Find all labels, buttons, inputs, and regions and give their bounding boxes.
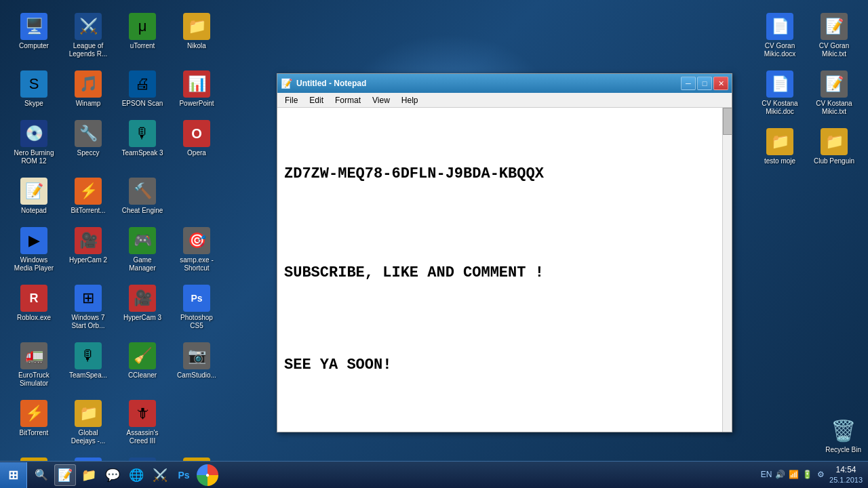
- icon-photoshop[interactable]: Ps Photoshop CS5: [173, 282, 220, 333]
- icon-epson-label: EPSON Scan: [122, 100, 163, 108]
- icon-computer[interactable]: 🖥️ Computer: [10, 10, 58, 61]
- window-title-text: Untitled - Notepad: [296, 79, 366, 88]
- teamspeak2-icon: 🎙: [75, 342, 102, 369]
- win7start-icon: ⊞: [75, 285, 102, 312]
- icon-teamspeak[interactable]: 🎙 TeamSpeak 3: [119, 117, 166, 168]
- hypercam3-icon: 🎥: [129, 285, 156, 312]
- taskbar-chrome-icon[interactable]: ●: [197, 464, 218, 486]
- taskbar-ie-icon[interactable]: 🌐: [125, 464, 147, 486]
- taskbar-explorer-icon[interactable]: 📁: [78, 464, 100, 486]
- icon-bittorrent[interactable]: ⚡ BitTorrent...: [64, 175, 112, 218]
- notepad-content: ZD7ZW-MEQ78-6DFLN-J9BDA-KBQQX SUBSCRIBE,…: [277, 108, 732, 388]
- minimize-button[interactable]: ─: [681, 77, 696, 90]
- icon-ccleaner[interactable]: 🧹 CCleaner: [119, 340, 166, 390]
- icon-teamspeak2[interactable]: 🎙 TeamSpea...: [64, 340, 112, 390]
- menu-view[interactable]: View: [368, 94, 394, 106]
- taskbar-lol-icon[interactable]: ⚔️: [149, 464, 171, 486]
- clubpenguin-icon: 📁: [821, 128, 848, 155]
- icon-samp[interactable]: 🎯 samp.exe - Shortcut: [173, 224, 220, 275]
- icon-skype[interactable]: S Skype: [10, 68, 58, 110]
- taskbar-right: EN 🔊 📶 🔋 ⚙ 14:54 25.1.2013: [755, 465, 868, 485]
- menu-help[interactable]: Help: [397, 94, 422, 106]
- icon-winamp[interactable]: 🎵 Winamp: [64, 68, 112, 110]
- menu-edit[interactable]: Edit: [305, 94, 328, 106]
- recycle-bin[interactable]: 🗑️ Recycle Bin: [825, 417, 861, 454]
- mediaplayer-icon: ▶: [20, 227, 47, 254]
- taskbar-whatsapp-icon[interactable]: 💬: [102, 464, 123, 486]
- icon-powerpoint[interactable]: 📊 PowerPoint: [173, 68, 220, 110]
- icon-nero[interactable]: 💿 Nero Burning ROM 12: [10, 117, 58, 168]
- icon-camstudio[interactable]: 📷 CamStudio...: [173, 340, 220, 390]
- icon-skype-label: Skype: [24, 100, 43, 108]
- icon-bittorrent2-label: BitTorrent: [20, 429, 49, 437]
- icon-bittorrent2[interactable]: ⚡ BitTorrent: [10, 397, 58, 448]
- notepad-text: ZD7ZW-MEQ78-6DFLN-J9BDA-KBQQX SUBSCRIBE,…: [284, 115, 725, 388]
- hypercam2-icon: 🎥: [75, 227, 102, 254]
- cvgoran-docx-icon: 📄: [766, 13, 793, 40]
- tray-battery[interactable]: 🔋: [802, 469, 812, 480]
- tray-network[interactable]: 📶: [788, 469, 799, 480]
- start-button[interactable]: ⊞: [0, 462, 27, 488]
- icon-cvgoran-txt[interactable]: 📝 CV Goran Mikic.txt: [810, 10, 858, 61]
- icon-cvkostana-txt[interactable]: 📝 CV Kostana Mikic.txt: [810, 68, 858, 119]
- taskbar-ps-icon[interactable]: Ps: [173, 464, 195, 486]
- tray-speaker[interactable]: 🔊: [774, 469, 785, 480]
- icon-photoshop-label: Photoshop CS5: [176, 314, 218, 330]
- icon-roblox[interactable]: R Roblox.exe: [10, 282, 58, 333]
- icon-globaldeejays[interactable]: 📁 Global Deejays -...: [64, 397, 112, 448]
- icon-hypercam3-label: HyperCam 3: [123, 314, 161, 322]
- cvkostana-doc-icon: 📄: [766, 70, 793, 98]
- icon-mediaplayer[interactable]: ▶ Windows Media Player: [10, 224, 58, 275]
- clock: 14:54 25.1.2013: [829, 465, 863, 485]
- start-icon: ⊞: [8, 468, 18, 483]
- scrollbar-vertical[interactable]: [722, 108, 732, 432]
- menu-format[interactable]: Format: [331, 94, 365, 106]
- icon-clubpenguin-label: Club Penguin: [814, 157, 854, 165]
- icon-testomoje[interactable]: 📁 testo moje: [756, 125, 804, 168]
- icon-bittorrent-label: BitTorrent...: [71, 207, 105, 215]
- icon-hypercam2-label: HyperCam 2: [69, 256, 107, 264]
- icon-utorrent[interactable]: μ uTorrent: [119, 10, 166, 61]
- icon-notepad-label: Notepad: [21, 207, 47, 215]
- nikola-icon: 📁: [183, 13, 210, 40]
- icon-league-r[interactable]: ⚔️ League of Legends R...: [64, 10, 112, 61]
- winamp-icon: 🎵: [75, 70, 102, 98]
- taskbar-notepad-icon[interactable]: 📝: [54, 464, 76, 486]
- icon-speccy[interactable]: 🔧 Speccy: [64, 117, 112, 168]
- opera-icon: O: [183, 120, 210, 147]
- tray-settings[interactable]: ⚙: [815, 469, 826, 480]
- icon-hypercam3[interactable]: 🎥 HyperCam 3: [119, 282, 166, 333]
- scrollbar-thumb[interactable]: [723, 108, 732, 135]
- maximize-button[interactable]: □: [697, 77, 712, 90]
- samp-icon: 🎯: [183, 227, 210, 254]
- icon-nikola[interactable]: 📁 Nikola: [173, 10, 220, 61]
- icon-gamemanager[interactable]: 🎮 Game Manager: [119, 224, 166, 275]
- icon-notepad[interactable]: 📝 Notepad: [10, 175, 58, 218]
- recycle-bin-icon: 🗑️: [830, 417, 857, 444]
- notepad-content-area[interactable]: ZD7ZW-MEQ78-6DFLN-J9BDA-KBQQX SUBSCRIBE,…: [277, 108, 732, 432]
- icon-win7start[interactable]: ⊞ Windows 7 Start Orb...: [64, 282, 112, 333]
- icon-cheat[interactable]: 🔨 Cheat Engine: [119, 175, 166, 218]
- notepad-window[interactable]: 📝 Untitled - Notepad ─ □ ✕ File Edit For…: [277, 73, 732, 432]
- icon-nero-label: Nero Burning ROM 12: [13, 149, 55, 165]
- close-button[interactable]: ✕: [713, 77, 728, 90]
- desktop-icons-left: 🖥️ Computer ⚔️ League of Legends R... μ …: [7, 7, 224, 488]
- icon-opera[interactable]: O Opera: [173, 117, 220, 168]
- icon-speccy-label: Speccy: [77, 149, 100, 157]
- nero-icon: 💿: [20, 120, 47, 147]
- icon-roblox-label: Roblox.exe: [17, 314, 51, 322]
- window-title: 📝 Untitled - Notepad: [281, 78, 366, 89]
- icon-cvkostana-doc[interactable]: 📄 CV Kostana Mikić.doc: [756, 68, 804, 119]
- notepad-line-seeyasoon: SEE YA SOON!: [284, 353, 725, 377]
- desktop: 🖥️ Computer ⚔️ League of Legends R... μ …: [0, 0, 868, 488]
- icon-eurotruck[interactable]: 🚛 EuroTruck Simulator: [10, 340, 58, 390]
- skype-icon: S: [20, 70, 47, 98]
- menu-file[interactable]: File: [281, 94, 302, 106]
- icon-assassin[interactable]: 🗡 Assassin's Creed III: [119, 397, 166, 448]
- icon-epson[interactable]: 🖨 EPSON Scan: [119, 68, 166, 110]
- icon-cvgoran-docx[interactable]: 📄 CV Goran Mikic.docx: [756, 10, 804, 61]
- icon-hypercam2[interactable]: 🎥 HyperCam 2: [64, 224, 112, 275]
- taskbar-search-icon[interactable]: 🔍: [31, 464, 52, 486]
- icon-clubpenguin[interactable]: 📁 Club Penguin: [810, 125, 858, 168]
- icon-gamemanager-label: Game Manager: [121, 256, 163, 272]
